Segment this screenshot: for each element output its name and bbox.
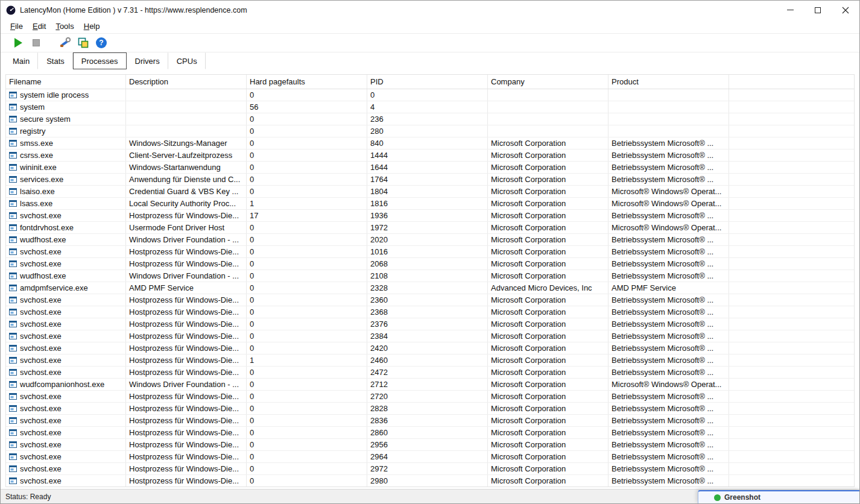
tab-drivers[interactable]: Drivers <box>127 52 168 69</box>
process-filename: svchost.exe <box>20 392 62 401</box>
column-header-filename[interactable]: Filename <box>6 75 126 89</box>
process-row[interactable]: svchost.exe Hostprozess für Windows-Die.… <box>6 427 854 439</box>
column-header-product[interactable]: Product <box>609 75 729 89</box>
process-row[interactable]: svchost.exe Hostprozess für Windows-Die.… <box>6 330 854 342</box>
process-row[interactable]: svchost.exe Hostprozess für Windows-Die.… <box>6 210 854 222</box>
process-row[interactable]: svchost.exe Hostprozess für Windows-Die.… <box>6 391 854 403</box>
drivers-tool-button[interactable] <box>56 35 74 51</box>
menu-file[interactable]: File <box>5 20 28 32</box>
process-row[interactable]: svchost.exe Hostprozess für Windows-Die.… <box>6 306 854 318</box>
process-filler-cell <box>729 270 854 282</box>
process-product: Betriebssystem Microsoft® ... <box>609 391 729 402</box>
process-row[interactable]: svchost.exe Hostprozess für Windows-Die.… <box>6 475 854 487</box>
tab-cpus[interactable]: CPUs <box>168 52 206 69</box>
process-hard-pagefaults: 0 <box>247 282 367 294</box>
processes-page: Filename Description Hard pagefaults PID… <box>1 69 859 489</box>
process-hard-pagefaults: 0 <box>247 150 367 161</box>
menu-edit[interactable]: Edit <box>28 20 51 32</box>
process-filler-cell <box>729 210 854 221</box>
process-row[interactable]: svchost.exe Hostprozess für Windows-Die.… <box>6 318 854 330</box>
process-row[interactable]: svchost.exe Hostprozess für Windows-Die.… <box>6 439 854 451</box>
column-header-hard-pagefaults[interactable]: Hard pagefaults <box>247 75 367 89</box>
process-row[interactable]: svchost.exe Hostprozess für Windows-Die.… <box>6 415 854 427</box>
process-row[interactable]: svchost.exe Hostprozess für Windows-Die.… <box>6 246 854 258</box>
window-controls <box>776 1 859 19</box>
process-description: Hostprozess für Windows-Die... <box>126 258 247 269</box>
process-row[interactable]: wudfhost.exe Windows Driver Foundation -… <box>6 270 854 282</box>
process-pid: 1972 <box>367 222 488 233</box>
process-row[interactable]: wininit.exe Windows-Startanwendung 0 164… <box>6 162 854 174</box>
process-row[interactable]: lsaiso.exe Credential Guard & VBS Key ..… <box>6 186 854 198</box>
process-row[interactable]: system idle process 0 0 <box>6 89 854 101</box>
process-filename: wudfhost.exe <box>20 271 66 280</box>
process-row[interactable]: svchost.exe Hostprozess für Windows-Die.… <box>6 258 854 270</box>
close-button[interactable] <box>832 1 859 19</box>
tab-stats[interactable]: Stats <box>38 52 73 69</box>
process-filename: wininit.exe <box>20 163 57 172</box>
process-pid: 2828 <box>367 403 488 414</box>
process-filename: svchost.exe <box>20 416 62 425</box>
process-product: Betriebssystem Microsoft® ... <box>609 451 729 462</box>
process-icon <box>9 297 17 303</box>
process-icon <box>9 104 17 110</box>
process-windows-button[interactable] <box>74 35 92 51</box>
process-filename: services.exe <box>20 175 63 184</box>
process-row[interactable]: system 56 4 <box>6 101 854 113</box>
process-product: Microsoft® Windows® Operat... <box>609 198 729 209</box>
process-row[interactable]: services.exe Anwendung für Dienste und C… <box>6 174 854 186</box>
process-row[interactable]: registry 0 280 <box>6 125 854 137</box>
menu-help[interactable]: Help <box>79 20 105 32</box>
process-row[interactable]: wudfhost.exe Windows Driver Foundation -… <box>6 234 854 246</box>
column-header-description[interactable]: Description <box>126 75 247 89</box>
process-description: Hostprozess für Windows-Die... <box>126 391 247 402</box>
help-button[interactable]: ? <box>92 35 110 51</box>
process-row[interactable]: wudfcompanionhost.exe Windows Driver Fou… <box>6 379 854 391</box>
process-description: Windows Driver Foundation - ... <box>126 379 247 390</box>
process-company: Microsoft Corporation <box>488 403 609 414</box>
start-monitor-button[interactable] <box>9 35 27 51</box>
process-icon <box>9 212 17 219</box>
process-row[interactable]: csrss.exe Client-Server-Laufzeitprozess … <box>6 150 854 162</box>
process-product: Betriebssystem Microsoft® ... <box>609 150 729 161</box>
maximize-button[interactable] <box>804 1 832 19</box>
process-hard-pagefaults: 0 <box>247 89 367 101</box>
process-filename: svchost.exe <box>20 404 62 413</box>
process-row[interactable]: lsass.exe Local Security Authority Proc.… <box>6 198 854 210</box>
menu-tools[interactable]: Tools <box>51 20 78 32</box>
process-company: Microsoft Corporation <box>488 210 609 221</box>
process-row[interactable]: svchost.exe Hostprozess für Windows-Die.… <box>6 451 854 463</box>
process-row[interactable]: fontdrvhost.exe Usermode Font Driver Hos… <box>6 222 854 234</box>
stop-monitor-button[interactable] <box>27 35 45 51</box>
process-description: Hostprozess für Windows-Die... <box>126 415 247 426</box>
process-product: Betriebssystem Microsoft® ... <box>609 318 729 330</box>
process-company: Microsoft Corporation <box>488 451 609 462</box>
minimize-button[interactable] <box>776 1 804 19</box>
process-filler-cell <box>729 186 854 197</box>
process-company <box>488 101 609 113</box>
process-company: Microsoft Corporation <box>488 306 609 318</box>
process-row[interactable]: svchost.exe Hostprozess für Windows-Die.… <box>6 367 854 379</box>
process-hard-pagefaults: 0 <box>247 294 367 306</box>
process-filler-cell <box>729 475 854 487</box>
column-header-company[interactable]: Company <box>488 75 609 89</box>
process-row[interactable]: secure system 0 236 <box>6 113 854 125</box>
tabstrip: Main Stats Processes Drivers CPUs <box>1 52 859 69</box>
process-row[interactable]: svchost.exe Hostprozess für Windows-Die.… <box>6 342 854 354</box>
process-row[interactable]: svchost.exe Hostprozess für Windows-Die.… <box>6 294 854 306</box>
process-hard-pagefaults: 0 <box>247 451 367 462</box>
column-header-pid[interactable]: PID <box>367 75 488 89</box>
process-row[interactable]: svchost.exe Hostprozess für Windows-Die.… <box>6 403 854 415</box>
process-filename: csrss.exe <box>20 151 53 160</box>
process-row[interactable]: svchost.exe Hostprozess für Windows-Die.… <box>6 354 854 367</box>
process-company: Microsoft Corporation <box>488 391 609 402</box>
process-icon <box>9 369 17 376</box>
process-company: Microsoft Corporation <box>488 174 609 185</box>
process-row[interactable]: svchost.exe Hostprozess für Windows-Die.… <box>6 463 854 475</box>
process-product: Betriebssystem Microsoft® ... <box>609 174 729 185</box>
tab-processes[interactable]: Processes <box>73 52 127 69</box>
process-pid: 2980 <box>367 475 488 487</box>
tab-main[interactable]: Main <box>4 52 38 69</box>
process-row[interactable]: amdpmfservice.exe AMD PMF Service 0 2328… <box>6 282 854 294</box>
process-row[interactable]: smss.exe Windows-Sitzungs-Manager 0 840 … <box>6 137 854 150</box>
greenshot-toast[interactable]: Greenshot <box>698 490 859 503</box>
